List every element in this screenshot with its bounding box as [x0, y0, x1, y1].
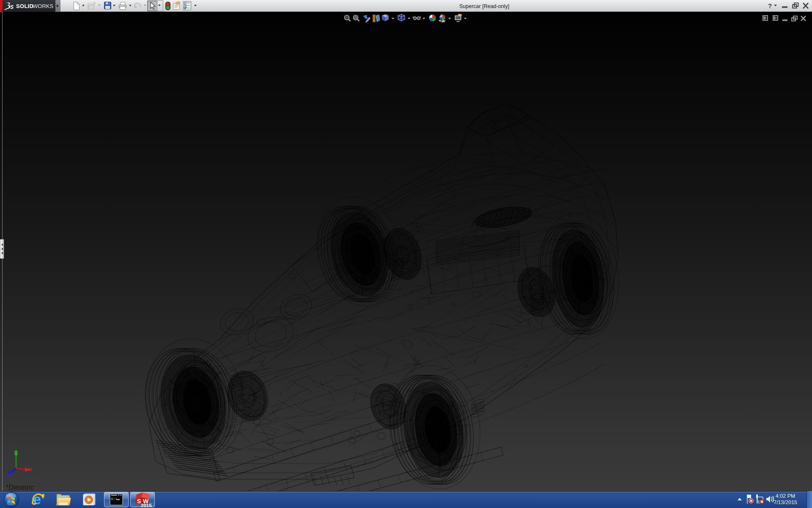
svg-text:S: S: [137, 498, 141, 505]
svg-text:?: ?: [768, 2, 772, 9]
svg-text:2015: 2015: [141, 503, 152, 508]
svg-text:C:\: C:\: [111, 497, 118, 501]
